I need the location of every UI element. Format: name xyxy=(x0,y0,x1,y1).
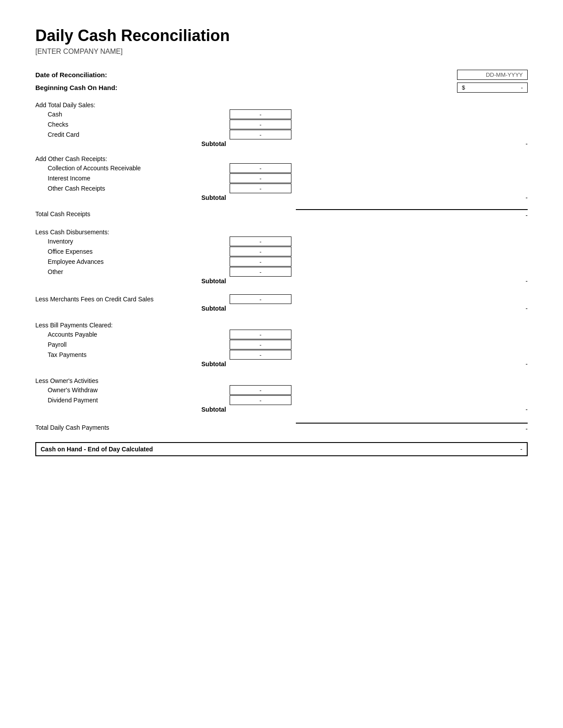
daily-sales-subtotal-label: Subtotal xyxy=(35,140,230,147)
daily-sales-subtotal-value: - xyxy=(296,140,528,147)
owners-withdraw-input[interactable]: - xyxy=(230,385,291,395)
other-receipts-subtotal-value: - xyxy=(296,194,528,201)
cash-input[interactable]: - xyxy=(230,109,291,119)
less-cash-disbursements-header: Less Cash Disbursements: xyxy=(35,229,230,236)
date-box[interactable]: DD-MM-YYYY xyxy=(457,70,528,80)
add-other-cash-receipts-header: Add Other Cash Receipts: xyxy=(35,155,230,162)
cash-end-of-day-value: - xyxy=(520,446,522,453)
accounts-payable-label: Accounts Payable xyxy=(35,331,230,338)
total-cash-receipts-value: - xyxy=(296,209,528,219)
merchants-fees-subtotal-label: Subtotal xyxy=(35,305,230,312)
office-expenses-input[interactable]: - xyxy=(230,247,291,256)
collection-ar-label: Collection of Accounts Receivable xyxy=(35,165,230,172)
disbursements-subtotal-value: - xyxy=(296,278,528,285)
beginning-cash-label: Beginning Cash On Hand: xyxy=(35,84,117,91)
total-daily-cash-payments-value: - xyxy=(296,423,528,432)
doc-subtitle: [ENTER COMPANY NAME] xyxy=(35,48,528,56)
accounts-payable-input[interactable]: - xyxy=(230,330,291,339)
merchants-fees-label: Less Merchants Fees on Credit Card Sales xyxy=(35,296,230,303)
bill-payments-subtotal-value: - xyxy=(296,360,528,368)
beginning-cash-value: - xyxy=(467,84,523,91)
doc-title: Daily Cash Reconciliation xyxy=(35,26,528,45)
interest-income-label: Interest Income xyxy=(35,175,230,182)
dividend-payment-input[interactable]: - xyxy=(230,395,291,405)
dividend-payment-label: Dividend Payment xyxy=(35,397,230,404)
checks-label: Checks xyxy=(35,121,230,128)
owners-activities-subtotal-label: Subtotal xyxy=(35,406,230,413)
office-expenses-label: Office Expenses xyxy=(35,248,230,255)
other-disbursements-input[interactable]: - xyxy=(230,267,291,277)
credit-card-input[interactable]: - xyxy=(230,130,291,139)
owners-activities-subtotal-value: - xyxy=(296,406,528,413)
merchants-fees-subtotal-value: - xyxy=(296,305,528,312)
employee-advances-label: Employee Advances xyxy=(35,258,230,265)
tax-payments-input[interactable]: - xyxy=(230,350,291,360)
inventory-label: Inventory xyxy=(35,238,230,245)
bill-payments-subtotal-label: Subtotal xyxy=(35,360,230,368)
dollar-symbol: $ xyxy=(462,84,465,91)
less-bill-payments-header: Less Bill Payments Cleared: xyxy=(35,322,230,329)
other-receipts-subtotal-label: Subtotal xyxy=(35,194,230,201)
disbursements-subtotal-label: Subtotal xyxy=(35,278,230,285)
merchants-fees-input[interactable]: - xyxy=(230,294,291,304)
payroll-label: Payroll xyxy=(35,341,230,348)
payroll-input[interactable]: - xyxy=(230,340,291,349)
owners-withdraw-label: Owner's Withdraw xyxy=(35,387,230,394)
interest-income-input[interactable]: - xyxy=(230,173,291,183)
total-daily-cash-payments-label: Total Daily Cash Payments xyxy=(35,424,230,431)
other-cash-receipts-label: Other Cash Receipts xyxy=(35,185,230,192)
tax-payments-label: Tax Payments xyxy=(35,351,230,358)
date-of-reconciliation-label: Date of Reconciliation: xyxy=(35,71,107,79)
cash-end-of-day-label: Cash on Hand - End of Day Calculated xyxy=(41,446,153,453)
checks-input[interactable]: - xyxy=(230,120,291,129)
credit-card-label: Credit Card xyxy=(35,131,230,138)
inventory-input[interactable]: - xyxy=(230,236,291,246)
cash-label: Cash xyxy=(35,111,230,118)
employee-advances-input[interactable]: - xyxy=(230,257,291,266)
less-owners-activities-header: Less Owner's Activities xyxy=(35,377,230,384)
total-cash-receipts-label: Total Cash Receipts xyxy=(35,210,230,218)
other-cash-receipts-input[interactable]: - xyxy=(230,184,291,193)
other-disbursements-label: Other xyxy=(35,268,230,275)
beginning-cash-box[interactable]: $ - xyxy=(457,83,528,93)
collection-ar-input[interactable]: - xyxy=(230,163,291,173)
add-total-daily-sales-header: Add Total Daily Sales: xyxy=(35,101,230,109)
